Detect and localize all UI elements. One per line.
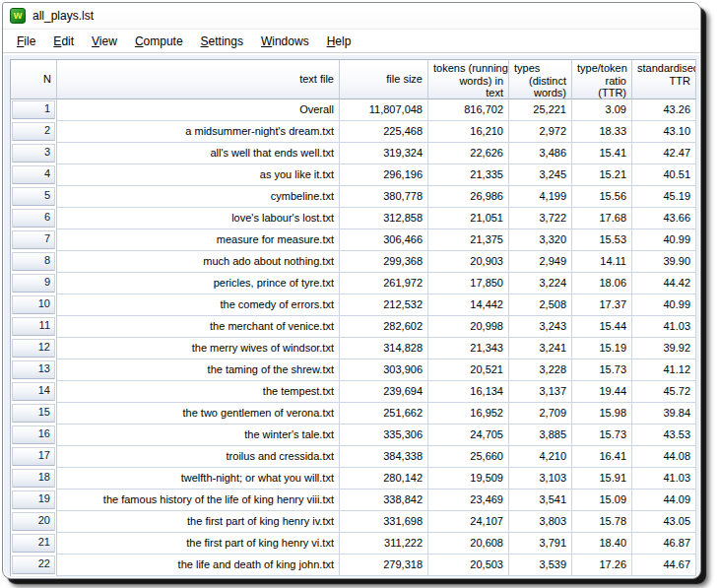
cell-ttr[interactable]: 15.78 <box>572 511 632 533</box>
cell-types[interactable]: 3,103 <box>509 468 572 490</box>
cell-file-size[interactable]: 11,807,048 <box>340 99 428 121</box>
table-row[interactable]: 1Overall11,807,048816,70225,2213.0943.26 <box>11 99 696 121</box>
cell-tokens[interactable]: 16,952 <box>428 403 509 425</box>
table-row[interactable]: 2a midsummer-night's dream.txt225,46816,… <box>11 121 696 143</box>
row-number-cell[interactable]: 20 <box>11 511 57 533</box>
cell-std-ttr[interactable]: 41.03 <box>632 468 696 490</box>
cell-text-file[interactable]: the life and death of king john.txt <box>57 555 340 576</box>
cell-std-ttr[interactable]: 44.08 <box>632 446 696 468</box>
cell-std-ttr[interactable]: 40.99 <box>632 294 696 316</box>
cell-tokens[interactable]: 23,469 <box>428 490 509 511</box>
cell-types[interactable]: 3,243 <box>509 316 572 338</box>
cell-tokens[interactable]: 20,608 <box>428 533 509 555</box>
cell-text-file[interactable]: the comedy of errors.txt <box>57 294 340 316</box>
row-number-cell[interactable]: 15 <box>11 403 57 425</box>
cell-std-ttr[interactable]: 43.05 <box>632 511 696 533</box>
cell-types[interactable]: 25,221 <box>509 99 572 121</box>
table-row[interactable]: 16the winter's tale.txt335,30624,7053,88… <box>11 425 696 446</box>
cell-ttr[interactable]: 15.98 <box>572 403 632 425</box>
cell-ttr[interactable]: 16.41 <box>572 446 632 468</box>
cell-ttr[interactable]: 15.41 <box>572 143 632 164</box>
table-row[interactable]: 4as you like it.txt296,19621,3353,24515.… <box>11 164 696 186</box>
cell-types[interactable]: 3,224 <box>509 273 572 294</box>
cell-std-ttr[interactable]: 43.26 <box>632 99 696 121</box>
cell-file-size[interactable]: 239,694 <box>340 381 428 403</box>
cell-tokens[interactable]: 16,210 <box>428 121 509 143</box>
row-number-cell[interactable]: 21 <box>11 533 57 555</box>
cell-text-file[interactable]: the taming of the shrew.txt <box>57 359 340 381</box>
cell-tokens[interactable]: 20,903 <box>428 251 509 273</box>
cell-text-file[interactable]: as you like it.txt <box>57 164 340 186</box>
cell-tokens[interactable]: 20,503 <box>428 555 509 576</box>
cell-std-ttr[interactable]: 44.67 <box>632 555 696 576</box>
cell-file-size[interactable]: 303,906 <box>340 359 428 381</box>
cell-file-size[interactable]: 314,828 <box>340 338 428 359</box>
cell-types[interactable]: 3,791 <box>509 533 572 555</box>
row-number-cell[interactable]: 3 <box>11 143 57 164</box>
cell-ttr[interactable]: 15.19 <box>572 338 632 359</box>
table-row[interactable]: 20the first part of king henry iv.txt331… <box>11 511 696 533</box>
table-row[interactable]: 6love's labour's lost.txt312,85821,0513,… <box>11 208 696 229</box>
table-row[interactable]: 3all's well that ends well.txt319,32422,… <box>11 143 696 164</box>
cell-file-size[interactable]: 282,602 <box>340 316 428 338</box>
column-header-ttr[interactable]: type/tokenratio(TTR) <box>572 60 632 99</box>
cell-file-size[interactable]: 311,222 <box>340 533 428 555</box>
menu-item-help[interactable]: Help <box>318 32 360 51</box>
menu-item-file[interactable]: File <box>8 32 44 51</box>
cell-ttr[interactable]: 15.73 <box>572 425 632 446</box>
cell-tokens[interactable]: 17,850 <box>428 273 509 294</box>
cell-types[interactable]: 3,885 <box>509 425 572 446</box>
cell-ttr[interactable]: 15.09 <box>572 490 632 511</box>
table-row[interactable]: 12the merry wives of windsor.txt314,8282… <box>11 338 696 359</box>
cell-ttr[interactable]: 18.40 <box>572 533 632 555</box>
cell-types[interactable]: 3,320 <box>509 229 572 251</box>
row-number-cell[interactable]: 19 <box>11 490 57 511</box>
cell-ttr[interactable]: 15.73 <box>572 359 632 381</box>
column-header-file-size[interactable]: file size <box>340 60 428 99</box>
cell-text-file[interactable]: the merry wives of windsor.txt <box>57 338 340 359</box>
cell-std-ttr[interactable]: 43.53 <box>632 425 696 446</box>
cell-text-file[interactable]: a midsummer-night's dream.txt <box>57 121 340 143</box>
cell-ttr[interactable]: 18.06 <box>572 273 632 294</box>
cell-text-file[interactable]: measure for measure.txt <box>57 229 340 251</box>
table-row[interactable]: 11the merchant of venice.txt282,60220,99… <box>11 316 696 338</box>
cell-text-file[interactable]: the two gentlemen of verona.txt <box>57 403 340 425</box>
row-number-cell[interactable]: 4 <box>11 164 57 186</box>
cell-file-size[interactable]: 280,142 <box>340 468 428 490</box>
cell-tokens[interactable]: 20,998 <box>428 316 509 338</box>
cell-file-size[interactable]: 306,466 <box>340 229 428 251</box>
cell-std-ttr[interactable]: 40.99 <box>632 229 696 251</box>
cell-file-size[interactable]: 279,318 <box>340 555 428 576</box>
cell-tokens[interactable]: 21,051 <box>428 208 509 229</box>
column-header-text-file[interactable]: text file <box>57 60 340 99</box>
cell-text-file[interactable]: the merchant of venice.txt <box>57 316 340 338</box>
row-number-cell[interactable]: 11 <box>11 316 57 338</box>
cell-tokens[interactable]: 14,442 <box>428 294 509 316</box>
cell-ttr[interactable]: 15.21 <box>572 164 632 186</box>
row-number-cell[interactable]: 7 <box>11 229 57 251</box>
cell-file-size[interactable]: 380,778 <box>340 186 428 208</box>
cell-types[interactable]: 3,245 <box>509 164 572 186</box>
row-number-cell[interactable]: 1 <box>11 99 57 121</box>
cell-text-file[interactable]: troilus and cressida.txt <box>57 446 340 468</box>
table-row[interactable]: 17troilus and cressida.txt384,33825,6604… <box>11 446 696 468</box>
cell-text-file[interactable]: cymbeline.txt <box>57 186 340 208</box>
cell-std-ttr[interactable]: 45.72 <box>632 381 696 403</box>
row-number-cell[interactable]: 16 <box>11 425 57 446</box>
cell-text-file[interactable]: the famous history of the life of king h… <box>57 490 340 511</box>
row-number-cell[interactable]: 9 <box>11 273 57 294</box>
cell-std-ttr[interactable]: 40.51 <box>632 164 696 186</box>
cell-tokens[interactable]: 816,702 <box>428 99 509 121</box>
cell-types[interactable]: 3,803 <box>509 511 572 533</box>
cell-ttr[interactable]: 15.53 <box>572 229 632 251</box>
column-header-std-ttr[interactable]: standardisedTTR <box>632 60 696 99</box>
cell-tokens[interactable]: 21,335 <box>428 164 509 186</box>
menu-item-edit[interactable]: Edit <box>44 32 83 51</box>
cell-types[interactable]: 3,486 <box>509 143 572 164</box>
cell-std-ttr[interactable]: 43.10 <box>632 121 696 143</box>
row-number-cell[interactable]: 6 <box>11 208 57 229</box>
row-number-cell[interactable]: 5 <box>11 186 57 208</box>
cell-ttr[interactable]: 17.26 <box>572 555 632 576</box>
cell-text-file[interactable]: the tempest.txt <box>57 381 340 403</box>
cell-text-file[interactable]: pericles, prince of tyre.txt <box>57 273 340 294</box>
